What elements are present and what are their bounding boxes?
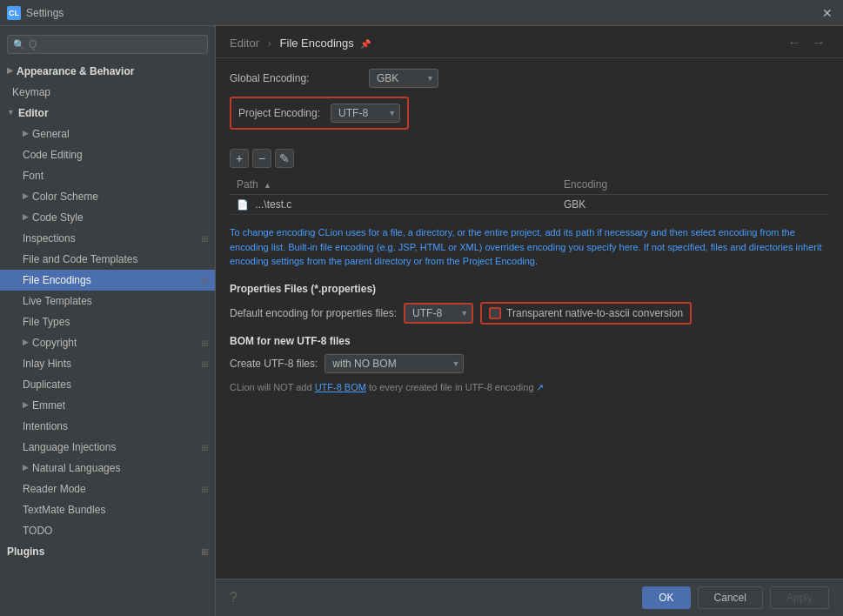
table-body: 📄 ...\test.c GBK	[230, 195, 829, 215]
project-encoding-value: UTF-8	[338, 107, 368, 119]
sidebar-label-inlay-hints: Inlay Hints	[23, 356, 71, 372]
expand-icon-editor: ▼	[7, 107, 15, 119]
badge-plugins: ⊞	[201, 546, 208, 559]
sidebar-item-todo[interactable]: TODO	[0, 520, 215, 541]
global-encoding-row: Global Encoding: GBK ▼	[230, 69, 829, 88]
close-button[interactable]: ✕	[819, 6, 836, 20]
sidebar-item-code-editing[interactable]: Code Editing	[0, 144, 215, 165]
remove-button[interactable]: −	[252, 149, 271, 168]
sidebar-item-inspections[interactable]: Inspections⊞	[0, 228, 215, 249]
cancel-button[interactable]: Cancel	[698, 586, 763, 609]
transparent-checkbox-container[interactable]: Transparent native-to-ascii conversion	[480, 302, 692, 325]
content-header: Editor › File Encodings 📌 ← →	[216, 26, 843, 58]
sidebar-item-plugins[interactable]: Plugins⊞	[0, 541, 215, 562]
properties-section-title: Properties Files (*.properties)	[230, 283, 829, 295]
sidebar-item-copyright[interactable]: ▶Copyright⊞	[0, 332, 215, 353]
project-encoding-row: Project Encoding: UTF-8 ▼	[230, 97, 829, 138]
sidebar-item-intentions[interactable]: Intentions	[0, 416, 215, 437]
bom-create-dropdown[interactable]: with NO BOM ▼	[324, 354, 464, 373]
sidebar-item-font[interactable]: Font	[0, 165, 215, 186]
sidebar-item-natural-languages[interactable]: ▶Natural Languages	[0, 458, 215, 479]
edit-button[interactable]: ✎	[275, 149, 294, 168]
apply-button[interactable]: Apply	[770, 586, 829, 609]
bom-info-row: CLion will NOT add UTF-8 BOM to every cr…	[230, 382, 829, 393]
badge-file-encodings: ⊞	[201, 274, 208, 287]
transparent-checkbox[interactable]	[489, 307, 501, 319]
window-title: Settings	[26, 7, 819, 19]
sidebar-item-general[interactable]: ▶General	[0, 124, 215, 144]
sidebar-label-intentions: Intentions	[23, 418, 68, 434]
sidebar-label-language-injections: Language Injections	[23, 439, 116, 455]
sidebar-item-textmate-bundles[interactable]: TextMate Bundles	[0, 499, 215, 520]
nav-container: ▶Appearance & BehaviorKeymap▼Editor▶Gene…	[0, 61, 215, 562]
bom-create-label: Create UTF-8 files:	[230, 358, 318, 370]
properties-row: Default encoding for properties files: U…	[230, 302, 829, 325]
sidebar-label-live-templates: Live Templates	[23, 293, 92, 309]
badge-language-injections: ⊞	[201, 441, 208, 454]
sidebar-item-appearance[interactable]: ▶Appearance & Behavior	[0, 61, 215, 82]
sidebar-label-reader-mode: Reader Mode	[23, 481, 86, 497]
global-encoding-arrow: ▼	[426, 74, 434, 83]
transparent-label: Transparent native-to-ascii conversion	[506, 307, 683, 319]
back-arrow[interactable]: ←	[784, 35, 805, 50]
expand-icon-general: ▶	[23, 128, 29, 140]
sidebar-item-file-encodings[interactable]: File Encodings⊞	[0, 270, 215, 291]
col-path[interactable]: Path ▲	[230, 175, 557, 195]
help-button[interactable]: ?	[230, 590, 238, 606]
sidebar-item-inlay-hints[interactable]: Inlay Hints⊞	[0, 353, 215, 374]
badge-inspections: ⊞	[201, 232, 208, 245]
search-box[interactable]: 🔍	[7, 35, 208, 54]
col-encoding-label: Encoding	[564, 178, 607, 191]
sidebar-item-language-injections[interactable]: Language Injections⊞	[0, 437, 215, 458]
nav-arrows: ← →	[784, 35, 829, 50]
breadcrumb-editor: Editor	[230, 37, 259, 50]
sidebar-item-live-templates[interactable]: Live Templates	[0, 291, 215, 311]
sidebar-label-emmet: Emmet	[32, 398, 65, 413]
expand-icon-copyright: ▶	[23, 337, 29, 349]
pin-icon: 📌	[360, 39, 371, 49]
utf8-bom-link[interactable]: UTF-8 BOM	[315, 382, 366, 392]
search-input[interactable]	[29, 38, 202, 50]
sidebar-item-color-scheme[interactable]: ▶Color Scheme	[0, 186, 215, 207]
sidebar-label-todo: TODO	[23, 523, 52, 539]
sidebar-item-editor[interactable]: ▼Editor	[0, 103, 215, 124]
bom-section-title: BOM for new UTF-8 files	[230, 335, 829, 347]
default-encoding-label: Default encoding for properties files:	[230, 307, 397, 319]
bom-create-value: with NO BOM	[332, 358, 396, 370]
bom-section: BOM for new UTF-8 files Create UTF-8 fil…	[230, 335, 829, 393]
project-encoding-label: Project Encoding:	[238, 107, 320, 119]
table-row[interactable]: 📄 ...\test.c GBK	[230, 195, 829, 215]
sidebar-label-code-editing: Code Editing	[23, 147, 83, 163]
breadcrumb: Editor › File Encodings 📌	[230, 37, 371, 50]
bom-info-text2: to every created file in UTF-8 encoding	[366, 382, 534, 392]
global-encoding-value: GBK	[377, 72, 398, 84]
badge-copyright: ⊞	[201, 337, 208, 350]
content-body: Global Encoding: GBK ▼ Project Encoding:…	[216, 58, 843, 579]
title-bar: CL Settings ✕	[0, 0, 843, 26]
sidebar-item-file-types[interactable]: File Types	[0, 311, 215, 332]
sidebar-item-duplicates[interactable]: Duplicates	[0, 374, 215, 395]
ok-button[interactable]: OK	[642, 586, 690, 609]
sidebar-label-color-scheme: Color Scheme	[32, 189, 98, 204]
col-encoding[interactable]: Encoding	[557, 175, 829, 195]
content-area: Editor › File Encodings 📌 ← → Global Enc…	[216, 26, 843, 616]
sidebar-item-reader-mode[interactable]: Reader Mode⊞	[0, 479, 215, 499]
bom-create-row: Create UTF-8 files: with NO BOM ▼	[230, 354, 829, 373]
breadcrumb-current: File Encodings	[280, 37, 354, 50]
project-encoding-dropdown-arrow: ▼	[388, 109, 396, 117]
sidebar-item-keymap[interactable]: Keymap	[0, 82, 215, 103]
bom-info-text1: CLion will NOT add	[230, 382, 315, 392]
add-button[interactable]: +	[230, 149, 249, 168]
forward-arrow[interactable]: →	[808, 35, 829, 50]
sort-arrow: ▲	[264, 181, 271, 190]
toolbar: + − ✎	[230, 147, 829, 170]
sidebar-item-file-code-templates[interactable]: File and Code Templates	[0, 249, 215, 270]
sidebar-label-inspections: Inspections	[23, 231, 76, 246]
sidebar-label-font: Font	[23, 168, 43, 184]
properties-encoding-dropdown[interactable]: UTF-8 ▼	[404, 303, 473, 324]
global-encoding-dropdown[interactable]: GBK ▼	[369, 69, 438, 88]
project-encoding-dropdown[interactable]: UTF-8 ▼	[331, 104, 400, 123]
global-encoding-label: Global Encoding:	[230, 72, 369, 84]
sidebar-item-emmet[interactable]: ▶Emmet	[0, 395, 215, 416]
sidebar-item-code-style[interactable]: ▶Code Style	[0, 207, 215, 228]
